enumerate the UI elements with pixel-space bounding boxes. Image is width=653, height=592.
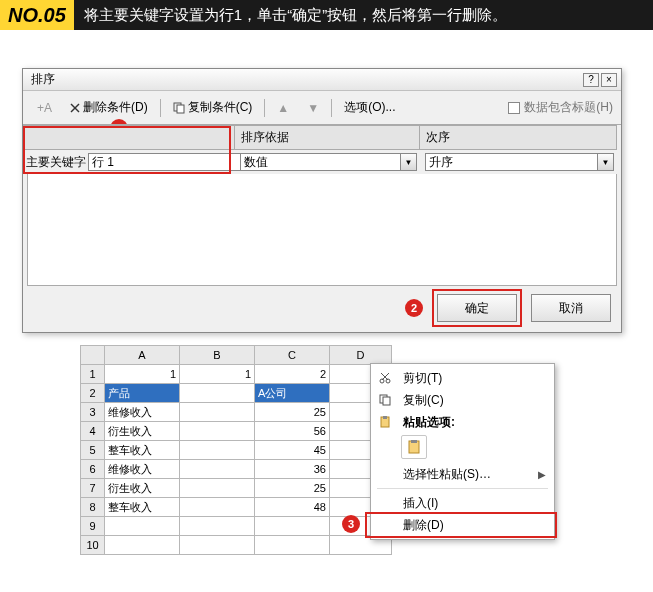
col-header[interactable]: B bbox=[180, 346, 255, 365]
row-1[interactable]: 1 1 1 2 2 bbox=[81, 365, 392, 384]
step-instruction: 将主要关键字设置为行1，单击“确定”按钮，然后将第一行删除。 bbox=[74, 0, 653, 30]
row-4[interactable]: 4 衍生收入 56 bbox=[81, 422, 392, 441]
header-checkbox[interactable] bbox=[508, 102, 520, 114]
menu-copy[interactable]: 复制(C) bbox=[371, 389, 554, 411]
row-6[interactable]: 6 维修收入 36 bbox=[81, 460, 392, 479]
svg-rect-9 bbox=[383, 397, 390, 405]
svg-rect-3 bbox=[177, 105, 184, 113]
primary-key-label: 主要关键字 bbox=[26, 154, 86, 171]
chevron-down-icon[interactable]: ▼ bbox=[401, 153, 417, 171]
ok-button[interactable]: 确定 bbox=[437, 294, 517, 322]
callout-3: 3 bbox=[342, 515, 360, 533]
delete-condition-button[interactable]: 删除条件(D) bbox=[64, 97, 154, 118]
copy-condition-button[interactable]: 复制条件(C) bbox=[167, 97, 259, 118]
sort-basis-input[interactable] bbox=[240, 153, 401, 171]
paste-options-row bbox=[371, 435, 554, 459]
x-icon bbox=[70, 103, 80, 113]
options-button[interactable]: 选项(O)... bbox=[338, 97, 401, 118]
sort-order-input[interactable] bbox=[425, 153, 598, 171]
cancel-button[interactable]: 取消 bbox=[531, 294, 611, 322]
paste-option-default[interactable] bbox=[401, 435, 427, 459]
chevron-down-icon[interactable]: ▼ bbox=[598, 153, 614, 171]
separator bbox=[264, 99, 265, 117]
menu-cut[interactable]: 剪切(T) bbox=[371, 367, 554, 389]
move-down-button[interactable]: ▼ bbox=[301, 99, 325, 117]
row-10[interactable]: 10 bbox=[81, 536, 392, 555]
sort-basis-combo[interactable]: ▼ bbox=[240, 153, 417, 171]
clipboard-icon bbox=[406, 439, 422, 455]
row-3[interactable]: 3 维修收入 25 bbox=[81, 403, 392, 422]
col-header[interactable]: C bbox=[255, 346, 330, 365]
menu-separator bbox=[377, 488, 548, 489]
svg-rect-13 bbox=[411, 440, 417, 443]
copy-icon bbox=[375, 391, 395, 409]
header-key bbox=[23, 125, 235, 150]
dialog-buttons: 2 确定 取消 bbox=[23, 286, 621, 332]
sort-headers: 排序依据 次序 bbox=[23, 124, 621, 150]
row-5[interactable]: 5 整车收入 45 bbox=[81, 441, 392, 460]
menu-paste-options: 粘贴选项: bbox=[371, 411, 554, 433]
header-basis: 排序依据 bbox=[235, 125, 420, 150]
context-menu: 剪切(T) 复制(C) 粘贴选项: 选择性粘贴(S)… ▶ 插入 bbox=[370, 363, 555, 540]
step-banner: NO.05 将主要关键字设置为行1，单击“确定”按钮，然后将第一行删除。 bbox=[0, 0, 653, 30]
add-condition-button[interactable]: +A bbox=[31, 99, 58, 117]
close-button[interactable]: × bbox=[601, 73, 617, 87]
separator bbox=[331, 99, 332, 117]
menu-delete[interactable]: 删除(D) bbox=[371, 514, 554, 536]
svg-rect-11 bbox=[383, 416, 387, 419]
separator bbox=[160, 99, 161, 117]
sort-dialog: 排序 ? × +A 删除条件(D) 复制条件(C) ▲ ▼ 选项(O)... 数… bbox=[22, 68, 622, 333]
col-header[interactable]: A bbox=[105, 346, 180, 365]
copy-icon bbox=[173, 102, 185, 114]
dialog-title: 排序 bbox=[27, 71, 583, 88]
callout-2: 2 bbox=[405, 299, 423, 317]
spreadsheet-region: A B C D 1 1 1 2 2 2 产品 A公司 3 维修收入 25 4 bbox=[80, 345, 570, 555]
row-7[interactable]: 7 衍生收入 25 bbox=[81, 479, 392, 498]
help-button[interactable]: ? bbox=[583, 73, 599, 87]
move-up-button[interactable]: ▲ bbox=[271, 99, 295, 117]
scissors-icon bbox=[375, 369, 395, 387]
dialog-toolbar: +A 删除条件(D) 复制条件(C) ▲ ▼ 选项(O)... 数据包含标题(H… bbox=[23, 91, 621, 124]
header-order: 次序 bbox=[420, 125, 617, 150]
row-8[interactable]: 8 整车收入 48 bbox=[81, 498, 392, 517]
header-checkbox-label[interactable]: 数据包含标题(H) bbox=[508, 99, 613, 116]
menu-paste-special[interactable]: 选择性粘贴(S)… ▶ bbox=[371, 463, 554, 485]
select-all-corner[interactable] bbox=[81, 346, 105, 365]
step-number: NO.05 bbox=[0, 0, 74, 30]
conditions-list bbox=[27, 174, 617, 286]
row-2[interactable]: 2 产品 A公司 bbox=[81, 384, 392, 403]
chevron-right-icon: ▶ bbox=[538, 469, 546, 480]
paste-icon bbox=[375, 413, 395, 431]
menu-insert[interactable]: 插入(I) bbox=[371, 492, 554, 514]
col-header[interactable]: D bbox=[330, 346, 392, 365]
primary-key-input[interactable] bbox=[88, 153, 246, 171]
dialog-titlebar: 排序 ? × bbox=[23, 69, 621, 91]
sort-condition-row: 主要关键字 ▼ ▼ ▼ bbox=[23, 150, 621, 174]
sort-order-combo[interactable]: ▼ bbox=[425, 153, 614, 171]
